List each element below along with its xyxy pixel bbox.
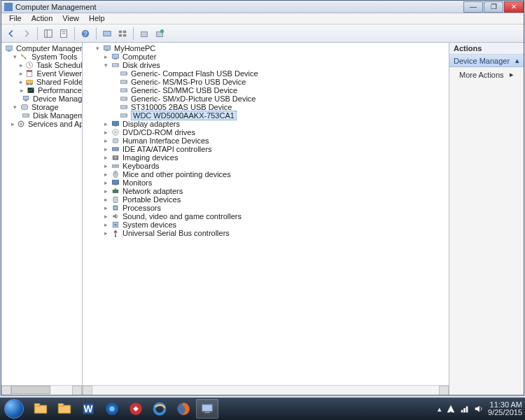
navigation-pane[interactable]: Computer Management (Local)▾System Tools… bbox=[1, 43, 83, 395]
tree-item[interactable]: ▸Performance bbox=[1, 86, 82, 94]
expand-icon[interactable]: ▸ bbox=[20, 70, 23, 77]
show-hide-tree-button[interactable] bbox=[41, 27, 55, 41]
menu-file[interactable]: File bbox=[4, 13, 27, 24]
taskbar-ie[interactable] bbox=[148, 399, 171, 419]
tree-item[interactable]: ▸Imaging devices bbox=[84, 153, 449, 162]
expand-icon[interactable] bbox=[111, 95, 118, 102]
expand-icon[interactable]: ▸ bbox=[102, 230, 109, 237]
tree-item[interactable]: ▸DVD/CD-ROM drives bbox=[84, 128, 449, 136]
expand-icon[interactable]: ▸ bbox=[11, 120, 15, 127]
tree-item[interactable]: ▾Disk drives bbox=[84, 61, 449, 69]
uninstall-button[interactable] bbox=[137, 27, 151, 41]
device-tree-pane[interactable]: ▾MyHomePC▸Computer▾Disk drivesGeneric- C… bbox=[83, 43, 449, 395]
network-icon[interactable] bbox=[460, 404, 470, 414]
expand-icon[interactable]: ▸ bbox=[102, 53, 109, 60]
tree-item[interactable]: Generic- Compact Flash USB Device bbox=[84, 69, 449, 78]
view-button[interactable] bbox=[115, 27, 130, 41]
expand-icon[interactable]: ▸ bbox=[102, 171, 109, 178]
back-button[interactable] bbox=[4, 27, 18, 41]
tree-item[interactable]: ▸Task Scheduler bbox=[1, 61, 82, 69]
expand-icon[interactable] bbox=[111, 70, 118, 77]
show-hidden-icon[interactable]: ▴ bbox=[438, 405, 442, 414]
taskbar[interactable]: W ▴ 11:30 AM 9/25/2015 bbox=[0, 398, 525, 420]
expand-icon[interactable]: ▾ bbox=[11, 53, 18, 60]
tree-item[interactable]: ▾Storage bbox=[1, 103, 82, 111]
tree-item[interactable]: ▸Network adapters bbox=[84, 187, 449, 195]
expand-icon[interactable]: ▸ bbox=[20, 87, 24, 94]
volume-icon[interactable] bbox=[474, 404, 484, 414]
scan-hardware-button[interactable] bbox=[100, 27, 114, 41]
minimize-button[interactable]: — bbox=[463, 1, 483, 13]
tree-item[interactable]: ▸Portable Devices bbox=[84, 195, 449, 204]
tree-item[interactable]: WDC WD5000AAKX-753CA1 bbox=[84, 111, 449, 120]
taskbar-libraries[interactable] bbox=[53, 399, 76, 419]
maximize-button[interactable]: ❐ bbox=[484, 1, 503, 13]
menu-action[interactable]: Action bbox=[27, 13, 58, 24]
tree-item[interactable]: Device Manager bbox=[1, 94, 82, 103]
forward-button[interactable] bbox=[20, 27, 34, 41]
tree-item[interactable]: Computer Management (Local) bbox=[1, 44, 82, 52]
titlebar[interactable]: Computer Management — ❐ ✕ bbox=[1, 1, 524, 13]
tree-item[interactable]: ▸Sound, video and game controllers bbox=[84, 212, 449, 220]
action-center-icon[interactable] bbox=[446, 404, 456, 414]
menu-help[interactable]: Help bbox=[84, 13, 110, 24]
help-button[interactable]: ? bbox=[78, 27, 92, 41]
expand-icon[interactable]: ▸ bbox=[102, 179, 109, 186]
tree-item[interactable]: ▸Universal Serial Bus controllers bbox=[84, 229, 449, 237]
tree-item[interactable]: ▸Event Viewer bbox=[1, 69, 82, 78]
expand-icon[interactable]: ▸ bbox=[102, 204, 109, 211]
start-button[interactable] bbox=[1, 399, 27, 419]
expand-icon[interactable]: ▸ bbox=[102, 188, 109, 195]
tree-item[interactable]: ▸Keyboards bbox=[84, 162, 449, 170]
expand-icon[interactable]: ▾ bbox=[102, 62, 109, 69]
tree-item[interactable]: ▸IDE ATA/ATAPI controllers bbox=[84, 145, 449, 153]
expand-icon[interactable]: ▸ bbox=[102, 154, 109, 161]
tree-item[interactable]: Disk Management bbox=[1, 111, 82, 120]
tree-item[interactable]: ▸Services and Applications bbox=[1, 120, 82, 128]
expand-icon[interactable]: ▸ bbox=[20, 78, 23, 85]
expand-icon[interactable]: ▸ bbox=[102, 196, 109, 203]
expand-icon[interactable]: ▾ bbox=[11, 104, 18, 111]
tree-item[interactable]: ▸Processors bbox=[84, 204, 449, 212]
expand-icon[interactable] bbox=[111, 78, 118, 85]
taskbar-explorer[interactable] bbox=[29, 399, 52, 419]
close-button[interactable]: ✕ bbox=[504, 1, 524, 13]
update-driver-button[interactable] bbox=[153, 27, 167, 41]
system-tray[interactable]: ▴ 11:30 AM 9/25/2015 bbox=[438, 401, 525, 416]
actions-section[interactable]: Device Manager ▴ bbox=[449, 55, 524, 67]
more-actions-item[interactable]: More Actions ▸ bbox=[449, 67, 524, 82]
expand-icon[interactable]: ▸ bbox=[102, 120, 109, 127]
tree-item[interactable]: ▸Mice and other pointing devices bbox=[84, 170, 449, 178]
tree-item[interactable]: ▸Computer bbox=[84, 52, 449, 61]
taskbar-firefox[interactable] bbox=[172, 399, 195, 419]
tree-item[interactable]: ▾MyHomePC bbox=[84, 44, 449, 52]
expand-icon[interactable]: ▸ bbox=[20, 62, 23, 69]
tree-item[interactable]: Generic- SD/MMC USB Device bbox=[84, 86, 449, 94]
expand-icon[interactable]: ▸ bbox=[102, 137, 109, 144]
tree-item[interactable]: Generic- SM/xD-Picture USB Device bbox=[84, 94, 449, 103]
expand-icon[interactable] bbox=[111, 87, 118, 94]
expand-icon[interactable]: ▸ bbox=[102, 221, 109, 228]
taskbar-compmgmt[interactable] bbox=[196, 399, 218, 419]
tree-item[interactable]: ▾System Tools bbox=[1, 52, 82, 61]
taskbar-app-1[interactable] bbox=[101, 399, 123, 419]
tree-item[interactable]: ▸Display adapters bbox=[84, 120, 449, 128]
expand-icon[interactable]: ▸ bbox=[102, 146, 109, 153]
tree-item[interactable]: ▸System devices bbox=[84, 220, 449, 229]
taskbar-word[interactable]: W bbox=[77, 399, 99, 419]
expand-icon[interactable]: ▸ bbox=[102, 213, 109, 220]
horizontal-scrollbar[interactable] bbox=[1, 385, 82, 395]
tree-item[interactable]: ▸Human Interface Devices bbox=[84, 136, 449, 145]
expand-icon[interactable]: ▸ bbox=[102, 162, 109, 169]
expand-icon[interactable]: ▸ bbox=[102, 129, 109, 136]
expand-icon[interactable] bbox=[111, 104, 118, 111]
tree-item[interactable]: ▸Monitors bbox=[84, 178, 449, 187]
tree-item[interactable]: ▸Shared Folders bbox=[1, 78, 82, 86]
tree-item[interactable]: Generic- MS/MS-Pro USB Device bbox=[84, 78, 449, 86]
properties-button[interactable] bbox=[57, 27, 71, 41]
clock[interactable]: 11:30 AM 9/25/2015 bbox=[488, 401, 522, 416]
taskbar-app-2[interactable] bbox=[125, 399, 147, 419]
expand-icon[interactable]: ▾ bbox=[94, 45, 101, 52]
menu-view[interactable]: View bbox=[57, 13, 84, 24]
mid-horizontal-scrollbar[interactable] bbox=[83, 385, 449, 395]
